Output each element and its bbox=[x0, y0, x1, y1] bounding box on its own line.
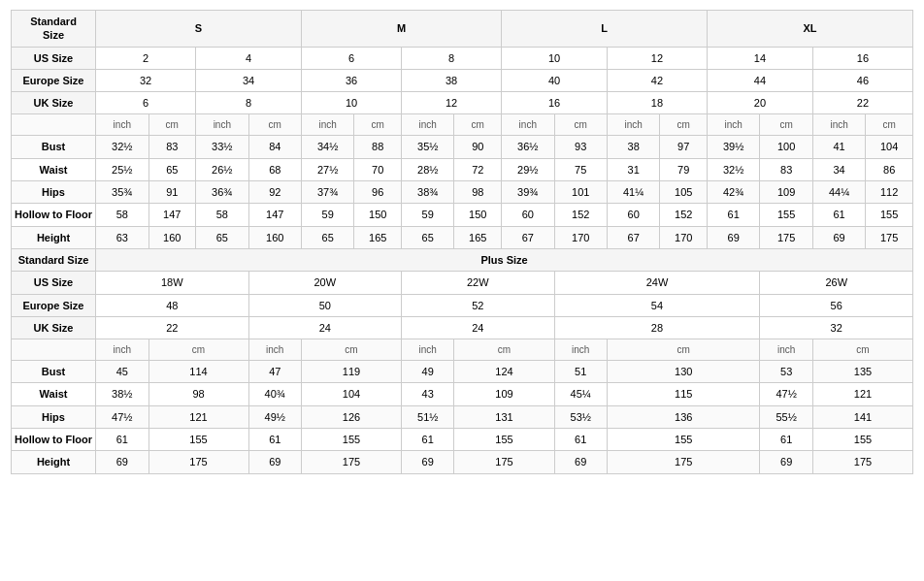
bust-m1-cm: 88 bbox=[354, 136, 402, 158]
height-m2-cm: 165 bbox=[454, 226, 502, 248]
standard-size-label: StandardSize bbox=[12, 11, 96, 48]
waist-m1-cm: 70 bbox=[354, 158, 402, 180]
plus-hips-22w-inch: 51½ bbox=[402, 405, 454, 428]
waist-xl1-inch: 32½ bbox=[707, 158, 759, 180]
height-label-standard: Height bbox=[12, 226, 96, 248]
uk-16: 16 bbox=[502, 92, 608, 114]
plus-uk-32: 32 bbox=[760, 316, 913, 339]
height-l1-cm: 170 bbox=[554, 226, 607, 248]
hips-s1-cm: 91 bbox=[148, 181, 196, 204]
plus-bust-24w-cm: 130 bbox=[607, 361, 759, 383]
plus-bust-26w-cm: 135 bbox=[812, 361, 912, 383]
plus-europe-size-label: Europe Size bbox=[12, 294, 96, 316]
plus-height-18w-cm: 175 bbox=[148, 451, 248, 473]
hollow-m2-inch: 59 bbox=[402, 204, 454, 226]
plus-uk-22: 22 bbox=[96, 316, 248, 339]
bust-m1-inch: 34½ bbox=[301, 136, 353, 158]
waist-xl2-inch: 34 bbox=[812, 158, 865, 180]
eu-44: 44 bbox=[707, 69, 812, 91]
bust-xl1-inch: 39½ bbox=[707, 136, 759, 158]
eu-46: 46 bbox=[812, 69, 912, 91]
unit-cm-3: cm bbox=[354, 114, 402, 136]
hips-l2-cm: 105 bbox=[660, 181, 708, 204]
plus-unit-cm-4: cm bbox=[607, 339, 759, 361]
xl-header: XL bbox=[707, 11, 912, 48]
waist-m1-inch: 27½ bbox=[301, 158, 353, 180]
hollow-xl2-inch: 61 bbox=[812, 204, 865, 226]
eu-36: 36 bbox=[301, 69, 401, 91]
bust-xl1-cm: 100 bbox=[760, 136, 812, 158]
bust-s1-cm: 83 bbox=[148, 136, 196, 158]
waist-l2-cm: 79 bbox=[660, 158, 708, 180]
plus-unit-inch-4: inch bbox=[554, 339, 607, 361]
plus-height-26w-inch: 69 bbox=[760, 451, 812, 473]
plus-hollow-18w-inch: 61 bbox=[96, 429, 148, 451]
hollow-l1-inch: 60 bbox=[502, 204, 554, 226]
waist-s2-inch: 26½ bbox=[196, 158, 248, 180]
plus-waist-26w-cm: 121 bbox=[812, 383, 912, 405]
plus-waist-20w-inch: 40¾ bbox=[248, 383, 301, 405]
uk-size-label: UK Size bbox=[12, 92, 96, 114]
hips-m2-inch: 38¾ bbox=[402, 181, 454, 204]
hips-s1-inch: 35¾ bbox=[96, 181, 148, 204]
us-6: 6 bbox=[301, 47, 401, 69]
plus-unit-cm-3: cm bbox=[454, 339, 554, 361]
plus-hips-20w-cm: 126 bbox=[301, 405, 401, 428]
unit-cm-7: cm bbox=[760, 114, 812, 136]
waist-m2-cm: 72 bbox=[454, 158, 502, 180]
height-m2-inch: 65 bbox=[402, 226, 454, 248]
height-s2-inch: 65 bbox=[196, 226, 248, 248]
eu-32: 32 bbox=[96, 69, 196, 91]
plus-hollow-20w-cm: 155 bbox=[301, 429, 401, 451]
plus-bust-label: Bust bbox=[12, 361, 96, 383]
unit-cm-1: cm bbox=[148, 114, 196, 136]
m-header: M bbox=[301, 11, 501, 48]
plus-height-22w-cm: 175 bbox=[454, 451, 554, 473]
plus-waist-24w-inch: 45¼ bbox=[554, 383, 607, 405]
plus-hollow-22w-inch: 61 bbox=[402, 429, 454, 451]
l-header: L bbox=[502, 11, 708, 48]
unit-cm-4: cm bbox=[454, 114, 502, 136]
us-2: 2 bbox=[96, 47, 196, 69]
plus-unit-cm-5: cm bbox=[812, 339, 912, 361]
plus-hollow-18w-cm: 155 bbox=[148, 429, 248, 451]
waist-m2-inch: 28½ bbox=[402, 158, 454, 180]
plus-height-20w-inch: 69 bbox=[248, 451, 301, 473]
plus-hips-18w-inch: 47½ bbox=[96, 405, 148, 428]
plus-waist-20w-cm: 104 bbox=[301, 383, 401, 405]
hips-m2-cm: 98 bbox=[454, 181, 502, 204]
waist-l1-cm: 75 bbox=[554, 158, 607, 180]
waist-xl1-cm: 83 bbox=[760, 158, 812, 180]
hips-s2-cm: 92 bbox=[248, 181, 301, 204]
plus-waist-label: Waist bbox=[12, 383, 96, 405]
plus-unit-cm-1: cm bbox=[148, 339, 248, 361]
hollow-s2-cm: 147 bbox=[248, 204, 301, 226]
uk-8: 8 bbox=[196, 92, 302, 114]
plus-eu-48: 48 bbox=[96, 294, 248, 316]
bust-s2-cm: 84 bbox=[248, 136, 301, 158]
plus-hips-26w-cm: 141 bbox=[812, 405, 912, 428]
bust-l1-inch: 36½ bbox=[502, 136, 554, 158]
plus-unit-cm-2: cm bbox=[301, 339, 401, 361]
bust-m2-cm: 90 bbox=[454, 136, 502, 158]
plus-waist-26w-inch: 47½ bbox=[760, 383, 812, 405]
height-s2-cm: 160 bbox=[248, 226, 301, 248]
plus-bust-20w-cm: 119 bbox=[301, 361, 401, 383]
us-4: 4 bbox=[196, 47, 302, 69]
eu-34: 34 bbox=[196, 69, 302, 91]
plus-hips-22w-cm: 131 bbox=[454, 405, 554, 428]
plus-size-header: Plus Size bbox=[96, 248, 913, 271]
bust-xl2-cm: 104 bbox=[866, 136, 913, 158]
unit-label-empty bbox=[12, 114, 96, 136]
plus-bust-22w-cm: 124 bbox=[454, 361, 554, 383]
plus-height-22w-inch: 69 bbox=[402, 451, 454, 473]
eu-38: 38 bbox=[402, 69, 502, 91]
us-8: 8 bbox=[402, 47, 502, 69]
plus-unit-inch-5: inch bbox=[760, 339, 812, 361]
us-14: 14 bbox=[707, 47, 812, 69]
plus-eu-52: 52 bbox=[402, 294, 554, 316]
plus-hips-24w-inch: 53½ bbox=[554, 405, 607, 428]
europe-size-label: Europe Size bbox=[12, 69, 96, 91]
plus-hips-18w-cm: 121 bbox=[148, 405, 248, 428]
plus-unit-empty bbox=[12, 339, 96, 361]
